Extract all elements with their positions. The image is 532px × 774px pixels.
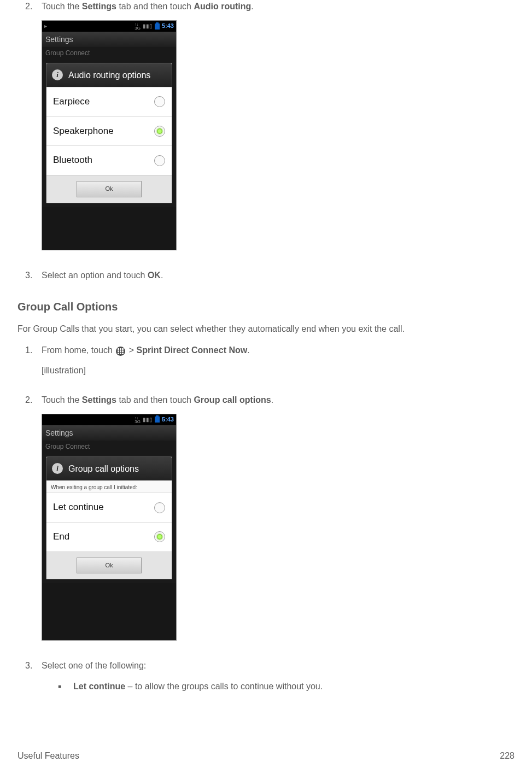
dialog-title: Group call options bbox=[68, 462, 139, 475]
radio-unchecked-icon[interactable] bbox=[154, 155, 165, 166]
battery-icon bbox=[155, 417, 160, 423]
step-number: 3. bbox=[25, 269, 42, 289]
dialog-audio-routing: i Audio routing options Earpiece Speaker… bbox=[46, 63, 172, 203]
option-end[interactable]: End bbox=[46, 522, 172, 552]
option-bluetooth[interactable]: Bluetooth bbox=[46, 145, 172, 175]
let-continue-label: Let continue bbox=[73, 682, 125, 691]
dialog-header: i Audio routing options bbox=[46, 63, 172, 87]
list-step-3-group: 3. Select one of the following: ■ Let co… bbox=[25, 659, 515, 692]
illustration-placeholder: [illustration] bbox=[42, 364, 515, 377]
sprint-direct-connect-label: Sprint Direct Connect Now bbox=[137, 345, 248, 355]
step-text: Touch the Settings tab and then touch Au… bbox=[42, 0, 515, 13]
signal-icon: ▮▮▯ bbox=[143, 22, 153, 31]
step-text: From home, touch > Sprint Direct Connect… bbox=[42, 344, 515, 356]
screen-title: Settings bbox=[42, 32, 176, 47]
step-text: Select one of the following: bbox=[42, 659, 515, 672]
status-bar: ▸ ↑↓3G ▮▮▯ 5:43 bbox=[42, 21, 176, 32]
footer-section: Useful Features bbox=[17, 749, 79, 762]
bullet-icon: ■ bbox=[58, 680, 73, 693]
step-number: 2. bbox=[25, 394, 42, 651]
step-number: 1. bbox=[25, 344, 42, 384]
signal-icon: ▮▮▯ bbox=[143, 416, 153, 424]
group-call-options-label: Group call options bbox=[194, 395, 271, 404]
section-paragraph: For Group Calls that you start, you can … bbox=[17, 322, 515, 335]
option-let-continue[interactable]: Let continue bbox=[46, 492, 172, 522]
list-step-2-group: 2. Touch the Settings tab and then touch… bbox=[25, 394, 515, 651]
dialog-group-call: i Group call options When exiting a grou… bbox=[46, 456, 172, 580]
option-earpiece[interactable]: Earpiece bbox=[46, 87, 172, 116]
info-icon: i bbox=[52, 463, 63, 474]
settings-label: Settings bbox=[82, 2, 116, 11]
dialog-note: When exiting a group call I initiated: bbox=[46, 480, 172, 493]
battery-icon bbox=[155, 24, 160, 30]
ok-label: OK bbox=[148, 271, 161, 280]
camera-icon: ▸ bbox=[44, 22, 47, 31]
ok-button[interactable]: Ok bbox=[77, 558, 142, 574]
list-step-3-audio: 3. Select an option and touch OK. bbox=[25, 269, 515, 289]
step-text: Touch the Settings tab and then touch Gr… bbox=[42, 394, 515, 406]
clock: 5:43 bbox=[162, 415, 174, 424]
screen-title: Settings bbox=[42, 425, 176, 441]
list-step-1-group: 1. From home, touch > Sprint Direct Conn… bbox=[25, 344, 515, 384]
step-text: Select an option and touch OK. bbox=[42, 269, 515, 282]
info-icon: i bbox=[52, 69, 63, 80]
screen-blank-area bbox=[42, 207, 176, 250]
option-speakerphone[interactable]: Speakerphone bbox=[46, 116, 172, 146]
audio-routing-label: Audio routing bbox=[194, 2, 251, 11]
screenshot-group-call-options: ↑↓3G ▮▮▯ 5:43 Settings Group Connect i G… bbox=[42, 414, 177, 641]
step-number: 2. bbox=[25, 0, 42, 260]
footer-page-number: 228 bbox=[500, 749, 515, 762]
screen-subtitle: Group Connect bbox=[42, 47, 176, 61]
settings-label: Settings bbox=[82, 395, 116, 404]
screenshot-audio-routing: ▸ ↑↓3G ▮▮▯ 5:43 Settings Group Connect i… bbox=[42, 20, 177, 250]
page-footer: Useful Features 228 bbox=[17, 749, 515, 762]
screen-subtitle: Group Connect bbox=[42, 441, 176, 455]
dialog-button-bar: Ok bbox=[46, 175, 172, 203]
step-number: 3. bbox=[25, 659, 42, 692]
radio-unchecked-icon[interactable] bbox=[154, 502, 165, 513]
network-icon: ↑↓3G bbox=[135, 416, 141, 424]
radio-checked-icon[interactable] bbox=[154, 126, 165, 137]
dialog-button-bar: Ok bbox=[46, 552, 172, 579]
apps-icon bbox=[116, 347, 125, 356]
clock: 5:43 bbox=[162, 22, 174, 31]
list-step-2-audio: 2. Touch the Settings tab and then touch… bbox=[25, 0, 515, 260]
radio-unchecked-icon[interactable] bbox=[154, 96, 165, 107]
dialog-title: Audio routing options bbox=[68, 69, 150, 81]
network-icon: ↑↓3G bbox=[135, 22, 141, 30]
status-bar: ↑↓3G ▮▮▯ 5:43 bbox=[42, 414, 176, 425]
dialog-header: i Group call options bbox=[46, 457, 172, 480]
radio-checked-icon[interactable] bbox=[154, 531, 165, 542]
screen-blank-area bbox=[42, 583, 176, 640]
ok-button[interactable]: Ok bbox=[77, 181, 142, 197]
section-heading: Group Call Options bbox=[17, 299, 515, 315]
bullet-let-continue: ■ Let continue – to allow the groups cal… bbox=[58, 680, 515, 693]
